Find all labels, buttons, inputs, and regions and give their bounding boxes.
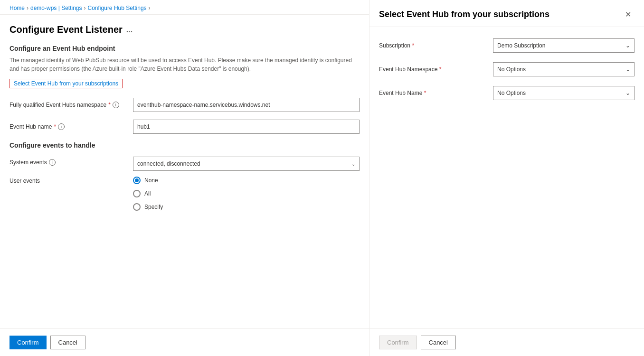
subscription-dropdown-arrow: ⌄ bbox=[625, 42, 630, 49]
hub-name-right-value: No Options bbox=[497, 90, 526, 96]
hub-namespace-value: No Options bbox=[497, 66, 526, 73]
select-event-hub-link[interactable]: Select Event Hub from your subscriptions bbox=[9, 79, 123, 88]
hub-name-form-group: Event Hub name * i bbox=[9, 120, 360, 134]
subscription-dropdown[interactable]: Demo Subscription ⌄ bbox=[493, 38, 635, 53]
breadcrumb-configure[interactable]: Configure Hub Settings bbox=[88, 5, 147, 11]
hub-namespace-required: * bbox=[439, 66, 442, 73]
hub-name-label-text: Event Hub name bbox=[9, 123, 52, 130]
radio-all-label: All bbox=[144, 190, 151, 197]
right-confirm-button[interactable]: Confirm bbox=[379, 336, 417, 349]
breadcrumb: Home › demo-wps | Settings › Configure H… bbox=[0, 0, 369, 15]
panel-menu-button[interactable]: ... bbox=[126, 26, 133, 34]
panel-title: Configure Event Listener ... bbox=[9, 24, 360, 35]
namespace-required: * bbox=[108, 102, 111, 108]
panel-content: Configure Event Listener ... Configure a… bbox=[0, 15, 369, 328]
radio-none[interactable]: None bbox=[133, 177, 163, 184]
panel-title-text: Configure Event Listener bbox=[9, 24, 123, 35]
system-events-dropdown-arrow: ⌄ bbox=[351, 161, 355, 167]
hub-namespace-label: Event Hub Namespace * bbox=[379, 66, 493, 73]
hub-name-required: * bbox=[54, 123, 56, 130]
right-header: Select Event Hub from your subscriptions… bbox=[369, 0, 644, 27]
left-footer: Confirm Cancel bbox=[0, 328, 369, 356]
user-events-label: User events bbox=[9, 177, 133, 184]
left-panel: Home › demo-wps | Settings › Configure H… bbox=[0, 0, 369, 356]
hub-name-info-icon[interactable]: i bbox=[58, 123, 65, 130]
radio-specify[interactable]: Specify bbox=[133, 203, 163, 211]
system-events-dropdown[interactable]: connected, disconnected ⌄ bbox=[133, 157, 360, 171]
hub-name-right-dropdown-arrow: ⌄ bbox=[625, 90, 630, 96]
section2-title: Configure events to handle bbox=[9, 141, 360, 149]
radio-all-circle bbox=[133, 190, 141, 197]
breadcrumb-sep1: › bbox=[27, 5, 28, 11]
hub-name-right-label-text: Event Hub Name bbox=[379, 90, 422, 96]
hub-name-right-group: Event Hub Name * No Options ⌄ bbox=[379, 86, 635, 100]
radio-none-label: None bbox=[144, 177, 158, 184]
left-confirm-button[interactable]: Confirm bbox=[9, 336, 47, 349]
namespace-info-icon[interactable]: i bbox=[113, 102, 119, 108]
namespace-label-text: Fully qualified Event Hubs namespace bbox=[9, 102, 106, 108]
right-title: Select Event Hub from your subscriptions bbox=[379, 9, 549, 19]
right-content: Subscription * Demo Subscription ⌄ Event… bbox=[369, 27, 644, 328]
user-events-group: User events None All Specify bbox=[9, 177, 360, 211]
right-footer: Confirm Cancel bbox=[369, 328, 644, 356]
subscription-label-text: Subscription bbox=[379, 42, 410, 49]
section1-title: Configure an Event Hub endpoint bbox=[9, 45, 360, 52]
hub-namespace-dropdown-arrow: ⌄ bbox=[625, 66, 630, 73]
subscription-group: Subscription * Demo Subscription ⌄ bbox=[379, 38, 635, 53]
namespace-form-group: Fully qualified Event Hubs namespace * i bbox=[9, 98, 360, 112]
system-events-group: System events i connected, disconnected … bbox=[9, 157, 360, 171]
hub-name-right-dropdown[interactable]: No Options ⌄ bbox=[493, 86, 635, 100]
radio-all[interactable]: All bbox=[133, 190, 163, 197]
right-cancel-button[interactable]: Cancel bbox=[421, 336, 456, 349]
user-events-radio-group: None All Specify bbox=[133, 177, 163, 211]
hub-namespace-dropdown[interactable]: No Options ⌄ bbox=[493, 62, 635, 76]
hub-name-label: Event Hub name * i bbox=[9, 123, 133, 130]
breadcrumb-settings[interactable]: demo-wps | Settings bbox=[30, 5, 82, 11]
system-events-label: System events i bbox=[9, 157, 133, 166]
subscription-required: * bbox=[412, 42, 414, 49]
section1-description: The managed identity of Web PubSub resou… bbox=[9, 56, 360, 73]
left-cancel-button[interactable]: Cancel bbox=[50, 336, 85, 349]
subscription-label: Subscription * bbox=[379, 42, 493, 49]
subscription-value: Demo Subscription bbox=[497, 42, 545, 49]
hub-name-right-label: Event Hub Name * bbox=[379, 90, 493, 96]
right-close-button[interactable]: ✕ bbox=[621, 8, 635, 21]
system-events-info-icon[interactable]: i bbox=[49, 159, 56, 166]
radio-specify-circle bbox=[133, 203, 141, 211]
namespace-input[interactable] bbox=[133, 98, 360, 112]
breadcrumb-sep2: › bbox=[84, 5, 86, 11]
radio-none-circle bbox=[133, 177, 141, 184]
radio-specify-label: Specify bbox=[144, 204, 163, 210]
hub-name-right-required: * bbox=[424, 90, 426, 96]
breadcrumb-sep3: › bbox=[149, 5, 151, 11]
hub-namespace-label-text: Event Hub Namespace bbox=[379, 66, 437, 73]
breadcrumb-home[interactable]: Home bbox=[9, 5, 25, 11]
system-events-label-text: System events bbox=[9, 159, 47, 166]
hub-namespace-group: Event Hub Namespace * No Options ⌄ bbox=[379, 62, 635, 76]
right-panel: Select Event Hub from your subscriptions… bbox=[369, 0, 644, 356]
hub-name-input[interactable] bbox=[133, 120, 360, 134]
system-events-value: connected, disconnected bbox=[137, 160, 200, 167]
namespace-label: Fully qualified Event Hubs namespace * i bbox=[9, 102, 133, 108]
